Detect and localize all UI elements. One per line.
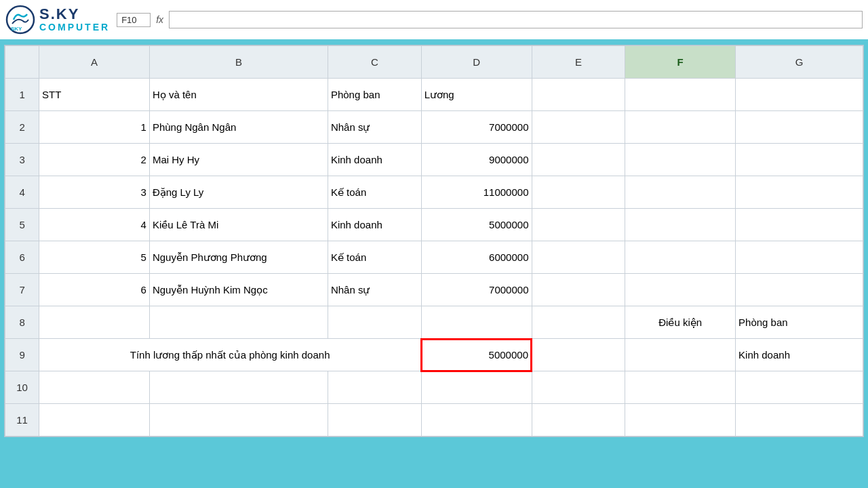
cell-a2[interactable]: 1 (39, 111, 150, 144)
cell-f8[interactable]: Điều kiện (625, 306, 736, 339)
cell-f6[interactable] (625, 241, 736, 274)
cell-a11[interactable] (39, 404, 150, 436)
cell-d7[interactable]: 7000000 (421, 274, 532, 306)
cell-g11[interactable] (736, 404, 863, 436)
cell-b4[interactable]: Đặng Ly Ly (149, 176, 328, 209)
cell-c11[interactable] (328, 404, 421, 436)
svg-text:SKY: SKY (11, 26, 22, 32)
table-row: 5 4 Kiều Lê Trà Mi Kinh doanh 5000000 (5, 209, 863, 241)
cell-d8[interactable] (421, 306, 532, 339)
cell-e3[interactable] (532, 144, 625, 176)
cell-c3[interactable]: Kinh doanh (328, 144, 421, 176)
table-row: 10 (5, 371, 863, 404)
cell-c6[interactable]: Kế toán (328, 241, 421, 274)
cell-g6[interactable] (736, 241, 863, 274)
cell-e9[interactable] (532, 339, 625, 371)
cell-a9-merged[interactable]: Tính lương thấp nhất của phòng kinh doan… (39, 339, 422, 371)
cell-c1[interactable]: Phòng ban (328, 79, 421, 111)
col-header-f[interactable]: F (625, 46, 736, 79)
col-header-a[interactable]: A (39, 46, 150, 79)
cell-c5[interactable]: Kinh doanh (328, 209, 421, 241)
cell-e2[interactable] (532, 111, 625, 144)
cell-d11[interactable] (421, 404, 532, 436)
row-num-5: 5 (5, 209, 39, 241)
cell-b7[interactable]: Nguyễn Huỳnh Kim Ngọc (149, 274, 328, 306)
cell-g1[interactable] (736, 79, 863, 111)
cell-e10[interactable] (532, 371, 625, 404)
cell-g8[interactable]: Phòng ban (736, 306, 863, 339)
col-header-e[interactable]: E (532, 46, 625, 79)
table-row: 6 5 Nguyễn Phương Phương Kế toán 6000000 (5, 241, 863, 274)
cell-b1[interactable]: Họ và tên (149, 79, 328, 111)
cell-c7[interactable]: Nhân sự (328, 274, 421, 306)
cell-e5[interactable] (532, 209, 625, 241)
cell-g3[interactable] (736, 144, 863, 176)
cell-a4[interactable]: 3 (39, 176, 150, 209)
cell-e1[interactable] (532, 79, 625, 111)
cell-a8[interactable] (39, 306, 150, 339)
cell-b6[interactable]: Nguyễn Phương Phương (149, 241, 328, 274)
row-num-1: 1 (5, 79, 39, 111)
cell-d10[interactable] (421, 371, 532, 404)
cell-a1[interactable]: STT (39, 79, 150, 111)
cell-f5[interactable] (625, 209, 736, 241)
cell-g9[interactable]: Kinh doanh (736, 339, 863, 371)
col-header-b[interactable]: B (149, 46, 328, 79)
cell-f4[interactable] (625, 176, 736, 209)
cell-d5[interactable]: 5000000 (421, 209, 532, 241)
cell-f10[interactable] (625, 371, 736, 404)
cell-c2[interactable]: Nhân sự (328, 111, 421, 144)
cell-b8[interactable] (149, 306, 328, 339)
cell-c10[interactable] (328, 371, 421, 404)
cell-a5[interactable]: 4 (39, 209, 150, 241)
corner-header (5, 46, 39, 79)
cell-c8[interactable] (328, 306, 421, 339)
cell-d3[interactable]: 9000000 (421, 144, 532, 176)
cell-d2[interactable]: 7000000 (421, 111, 532, 144)
cell-b5[interactable]: Kiều Lê Trà Mi (149, 209, 328, 241)
table-row: 7 6 Nguyễn Huỳnh Kim Ngọc Nhân sự 700000… (5, 274, 863, 306)
cell-f3[interactable] (625, 144, 736, 176)
formula-input[interactable] (169, 11, 863, 28)
table-row: 8 Điều kiện Phòng ban (5, 306, 863, 339)
cell-b10[interactable] (149, 371, 328, 404)
col-header-d[interactable]: D (421, 46, 532, 79)
spreadsheet: A B C D E F G 1 STT Họ và tên Phòng ban … (4, 45, 864, 437)
fx-label: fx (156, 14, 163, 25)
col-header-g[interactable]: G (736, 46, 863, 79)
table-row: 9 Tính lương thấp nhất của phòng kinh do… (5, 339, 863, 371)
cell-g2[interactable] (736, 111, 863, 144)
cell-b11[interactable] (149, 404, 328, 436)
cell-a6[interactable]: 5 (39, 241, 150, 274)
row-num-4: 4 (5, 176, 39, 209)
cell-d9[interactable]: 5000000 (421, 339, 532, 371)
cell-c4[interactable]: Kế toán (328, 176, 421, 209)
cell-f1[interactable] (625, 79, 736, 111)
cell-e8[interactable] (532, 306, 625, 339)
cell-d6[interactable]: 6000000 (421, 241, 532, 274)
cell-b3[interactable]: Mai Hy Hy (149, 144, 328, 176)
cell-g7[interactable] (736, 274, 863, 306)
logo-icon: SKY (5, 5, 35, 35)
cell-a3[interactable]: 2 (39, 144, 150, 176)
cell-g10[interactable] (736, 371, 863, 404)
row-num-3: 3 (5, 144, 39, 176)
col-header-c[interactable]: C (328, 46, 421, 79)
cell-f7[interactable] (625, 274, 736, 306)
cell-f2[interactable] (625, 111, 736, 144)
cell-g5[interactable] (736, 209, 863, 241)
cell-f11[interactable] (625, 404, 736, 436)
row-num-7: 7 (5, 274, 39, 306)
cell-b2[interactable]: Phùng Ngân Ngân (149, 111, 328, 144)
cell-d4[interactable]: 11000000 (421, 176, 532, 209)
cell-a7[interactable]: 6 (39, 274, 150, 306)
cell-f9[interactable] (625, 339, 736, 371)
cell-e7[interactable] (532, 274, 625, 306)
cell-e11[interactable] (532, 404, 625, 436)
cell-e4[interactable] (532, 176, 625, 209)
cell-g4[interactable] (736, 176, 863, 209)
cell-e6[interactable] (532, 241, 625, 274)
cell-a10[interactable] (39, 371, 150, 404)
row-num-9: 9 (5, 339, 39, 371)
cell-d1[interactable]: Lương (421, 79, 532, 111)
